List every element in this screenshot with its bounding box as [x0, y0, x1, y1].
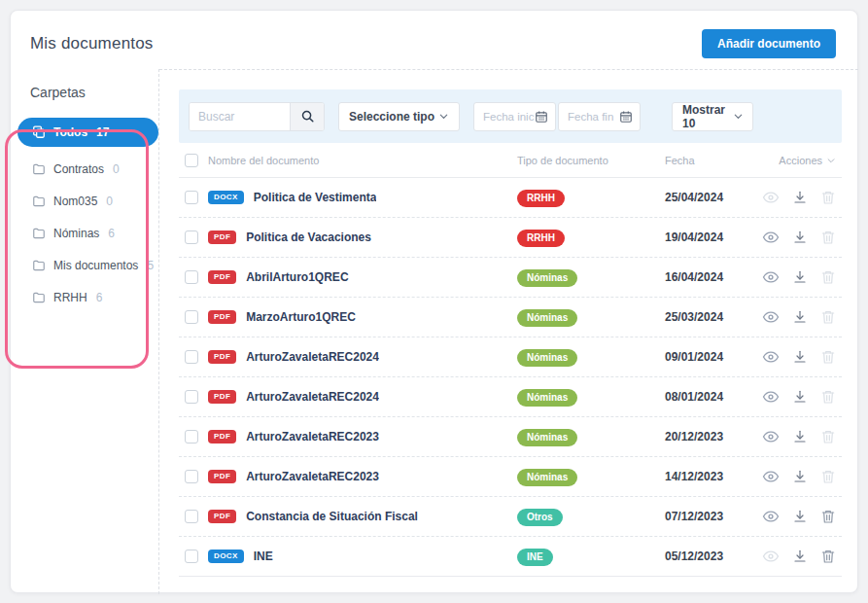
delete-icon[interactable]	[820, 230, 836, 245]
header-name: Nombre del documento	[208, 155, 517, 166]
row-checkbox[interactable]	[185, 350, 198, 364]
table-row: PDF AbrilArturo1QREC Nóminas 16/04/2024	[179, 258, 842, 298]
view-icon[interactable]	[762, 428, 780, 445]
table-row: PDF ArturoZavaletaREC2023 Nóminas 20/12/…	[179, 417, 842, 457]
folder-label: Mis documentos	[53, 259, 138, 272]
file-type-badge: PDF	[208, 430, 236, 443]
file-type-badge: DOCX	[208, 191, 244, 204]
page-title: Mis documentos	[30, 34, 154, 53]
delete-icon[interactable]	[820, 469, 836, 484]
view-icon[interactable]	[762, 229, 780, 246]
row-checkbox[interactable]	[185, 231, 198, 244]
view-icon[interactable]	[762, 508, 780, 525]
delete-icon[interactable]	[820, 509, 836, 524]
download-icon[interactable]	[792, 509, 808, 524]
folder-icon	[32, 259, 46, 272]
folder-count: 5	[147, 259, 154, 272]
view-icon[interactable]	[762, 268, 780, 286]
file-type-badge: PDF	[208, 350, 236, 364]
calendar-icon[interactable]	[535, 110, 548, 124]
folder-label: Todos	[53, 125, 87, 139]
delete-icon[interactable]	[820, 549, 836, 564]
category-badge: Nóminas	[517, 269, 577, 287]
category-badge: Nóminas	[517, 389, 577, 407]
document-name: Politica de Vacaciones	[246, 231, 371, 244]
document-name: INE	[254, 550, 273, 563]
type-select[interactable]: Seleccione tipo	[338, 102, 460, 131]
select-all-checkbox[interactable]	[185, 154, 198, 167]
header-date: Fecha	[665, 155, 762, 166]
add-document-button[interactable]: Añadir documento	[702, 29, 836, 58]
date-start-input[interactable]	[483, 111, 535, 123]
download-icon[interactable]	[792, 230, 808, 245]
row-checkbox[interactable]	[185, 310, 198, 324]
table-row: DOCX INE INE 05/12/2023	[179, 537, 842, 577]
row-checkbox[interactable]	[185, 430, 198, 443]
row-checkbox[interactable]	[185, 270, 198, 284]
header-actions[interactable]: Acciones	[762, 155, 836, 166]
sidebar-folder-item[interactable]: Todos 17	[17, 118, 158, 147]
search-input[interactable]	[190, 103, 290, 130]
download-icon[interactable]	[792, 190, 808, 205]
document-date: 05/12/2023	[665, 550, 762, 563]
view-icon[interactable]	[762, 468, 780, 485]
file-type-badge: PDF	[208, 231, 236, 244]
document-name: ArturoZavaletaREC2023	[246, 430, 379, 443]
row-checkbox[interactable]	[185, 390, 198, 404]
card-header: Mis documentos Añadir documento	[11, 11, 857, 69]
date-range-group	[473, 102, 641, 131]
row-checkbox[interactable]	[185, 191, 198, 204]
show-count-select[interactable]: Mostrar 10	[672, 102, 753, 131]
view-icon[interactable]	[762, 348, 780, 366]
download-icon[interactable]	[792, 389, 808, 405]
chevron-down-icon	[438, 111, 449, 122]
search-button[interactable]	[290, 103, 324, 130]
category-badge: Nóminas	[517, 469, 577, 486]
date-end-input[interactable]	[568, 111, 619, 123]
delete-icon[interactable]	[820, 190, 836, 205]
delete-icon[interactable]	[820, 389, 836, 405]
document-name: ArturoZavaletaREC2024	[246, 350, 379, 364]
download-icon[interactable]	[792, 309, 808, 325]
row-checkbox[interactable]	[185, 510, 198, 523]
delete-icon[interactable]	[820, 429, 836, 444]
document-name: Politica de Vestimenta	[254, 191, 377, 204]
delete-icon[interactable]	[820, 269, 836, 285]
file-type-badge: PDF	[208, 510, 236, 523]
download-icon[interactable]	[792, 469, 808, 484]
row-checkbox[interactable]	[185, 550, 198, 563]
sidebar-folder-item[interactable]: RRHH 6	[30, 287, 158, 308]
folder-icon	[32, 162, 46, 176]
calendar-icon[interactable]	[619, 110, 633, 124]
download-icon[interactable]	[792, 429, 808, 444]
document-date: 07/12/2023	[665, 510, 762, 523]
folders-title: Carpetas	[30, 85, 158, 100]
folder-icon	[32, 227, 46, 240]
table-row: PDF ArturoZavaletaREC2024 Nóminas 09/01/…	[179, 337, 842, 377]
table-row: PDF ArturoZavaletaREC2023 Nóminas 14/12/…	[179, 457, 842, 497]
documents-card: Mis documentos Añadir documento Carpetas…	[10, 10, 858, 593]
row-checkbox[interactable]	[185, 470, 198, 483]
download-icon[interactable]	[792, 349, 808, 365]
view-icon[interactable]	[762, 189, 780, 206]
folder-label: Contratos	[53, 162, 104, 176]
sidebar-folder-item[interactable]: Nom035 0	[30, 191, 158, 212]
view-icon[interactable]	[762, 308, 780, 326]
sidebar-folder-item[interactable]: Mis documentos 5	[30, 255, 158, 276]
view-icon[interactable]	[762, 388, 780, 406]
document-name: AbrilArturo1QREC	[246, 270, 348, 284]
sidebar-folder-item[interactable]: Contratos 0	[30, 159, 158, 180]
file-type-badge: PDF	[208, 270, 236, 284]
document-date: 20/12/2023	[665, 430, 762, 443]
delete-icon[interactable]	[820, 309, 836, 325]
file-type-badge: DOCX	[208, 550, 244, 563]
sidebar-folder-item[interactable]: Nóminas 6	[30, 223, 158, 244]
download-icon[interactable]	[792, 549, 808, 564]
document-name: MarzoArturo1QREC	[246, 310, 356, 324]
delete-icon[interactable]	[820, 349, 836, 365]
header-type: Tipo de documento	[517, 155, 665, 166]
show-count-value: Mostrar 10	[682, 103, 725, 130]
download-icon[interactable]	[792, 269, 808, 285]
date-start-field	[473, 102, 556, 131]
view-icon[interactable]	[762, 548, 780, 565]
